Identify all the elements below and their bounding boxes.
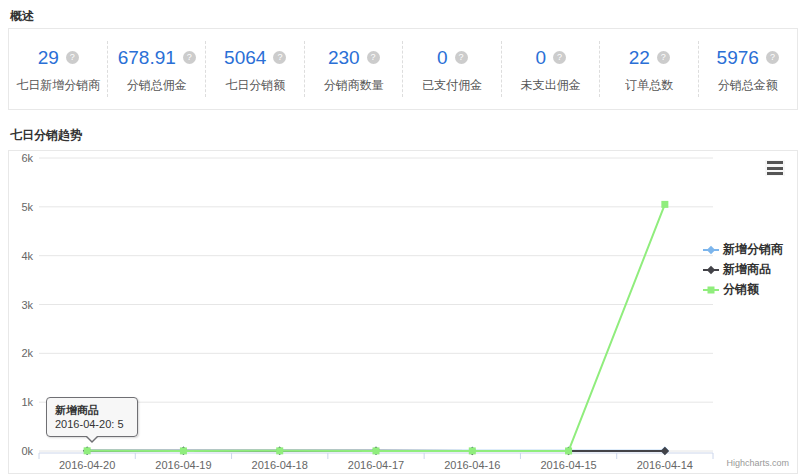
chart-legend: 新增分销商新增商品分销额 [703, 241, 795, 298]
help-icon[interactable]: ? [183, 51, 196, 64]
svg-text:2k: 2k [21, 347, 33, 359]
stat-value: 0 [535, 47, 546, 69]
help-icon[interactable]: ? [273, 51, 286, 64]
svg-text:2016-04-19: 2016-04-19 [155, 459, 211, 471]
stat-card: 29?七日新增分销商 [9, 29, 108, 109]
stat-card: 678.91?分销总佣金 [108, 29, 207, 109]
help-icon[interactable]: ? [455, 51, 468, 64]
help-icon[interactable]: ? [766, 51, 779, 64]
stat-value: 5976 [717, 47, 759, 69]
tooltip-series-name: 新增商品 [55, 403, 129, 417]
svg-text:6k: 6k [21, 152, 33, 164]
legend-item[interactable]: 新增分销商 [703, 241, 795, 258]
svg-text:3k: 3k [21, 299, 33, 311]
svg-text:4k: 4k [21, 250, 33, 262]
stat-value: 678.91 [118, 47, 176, 69]
hamburger-icon [767, 172, 783, 175]
stat-label: 已支付佣金 [422, 77, 482, 94]
stat-label: 订单总数 [625, 77, 673, 94]
dashboard-page: 概述 29?七日新增分销商678.91?分销总佣金5064?七日分销额230?分… [0, 0, 806, 476]
stat-card: 5064?七日分销额 [206, 29, 305, 109]
stat-card: 0?已支付佣金 [403, 29, 502, 109]
stat-label: 七日新增分销商 [16, 77, 100, 94]
svg-text:0k: 0k [21, 445, 33, 457]
stat-label: 分销总佣金 [127, 77, 187, 94]
stat-value: 230 [328, 47, 360, 69]
chart-tooltip: 新增商品 2016-04-20: 5 [46, 397, 138, 437]
stat-value: 22 [629, 47, 650, 69]
svg-text:Highcharts.com: Highcharts.com [726, 458, 789, 468]
legend-item[interactable]: 新增商品 [703, 261, 795, 278]
stat-label: 分销总金额 [718, 77, 778, 94]
help-icon[interactable]: ? [553, 51, 566, 64]
help-icon[interactable]: ? [66, 51, 79, 64]
legend-marker-icon [703, 284, 719, 296]
stats-panel: 29?七日新增分销商678.91?分销总佣金5064?七日分销额230?分销商数… [8, 28, 798, 110]
svg-text:5k: 5k [21, 201, 33, 213]
svg-text:1k: 1k [21, 396, 33, 408]
stat-value: 29 [38, 47, 59, 69]
legend-label: 新增分销商 [723, 241, 783, 258]
svg-text:2016-04-15: 2016-04-15 [540, 459, 596, 471]
tooltip-value: 2016-04-20: 5 [55, 418, 124, 430]
svg-text:2016-04-18: 2016-04-18 [252, 459, 308, 471]
stat-value: 0 [437, 47, 448, 69]
stat-card: 0?未支出佣金 [502, 29, 601, 109]
help-icon[interactable]: ? [657, 51, 670, 64]
hamburger-icon [767, 167, 783, 170]
overview-section-title: 概述 [10, 8, 34, 25]
help-icon[interactable]: ? [367, 51, 380, 64]
stat-value: 5064 [224, 47, 266, 69]
hamburger-icon [767, 161, 783, 164]
svg-text:2016-04-20: 2016-04-20 [59, 459, 115, 471]
svg-text:2016-04-14: 2016-04-14 [637, 459, 693, 471]
stat-label: 七日分销额 [225, 77, 285, 94]
chart-export-menu-button[interactable] [765, 160, 785, 176]
legend-marker-icon [703, 244, 719, 256]
svg-text:2016-04-17: 2016-04-17 [348, 459, 404, 471]
stat-card: 5976?分销总金额 [699, 29, 798, 109]
stat-label: 未支出佣金 [521, 77, 581, 94]
legend-marker-icon [703, 264, 719, 276]
trend-section-title: 七日分销趋势 [10, 127, 82, 144]
legend-label: 分销额 [723, 281, 759, 298]
stat-label: 分销商数量 [324, 77, 384, 94]
stat-card: 230?分销商数量 [305, 29, 404, 109]
svg-text:2016-04-16: 2016-04-16 [444, 459, 500, 471]
legend-item[interactable]: 分销额 [703, 281, 795, 298]
legend-label: 新增商品 [723, 261, 771, 278]
stat-card: 22?订单总数 [600, 29, 699, 109]
trend-chart-panel: 0k1k2k3k4k5k6k2016-04-202016-04-192016-0… [8, 150, 798, 474]
